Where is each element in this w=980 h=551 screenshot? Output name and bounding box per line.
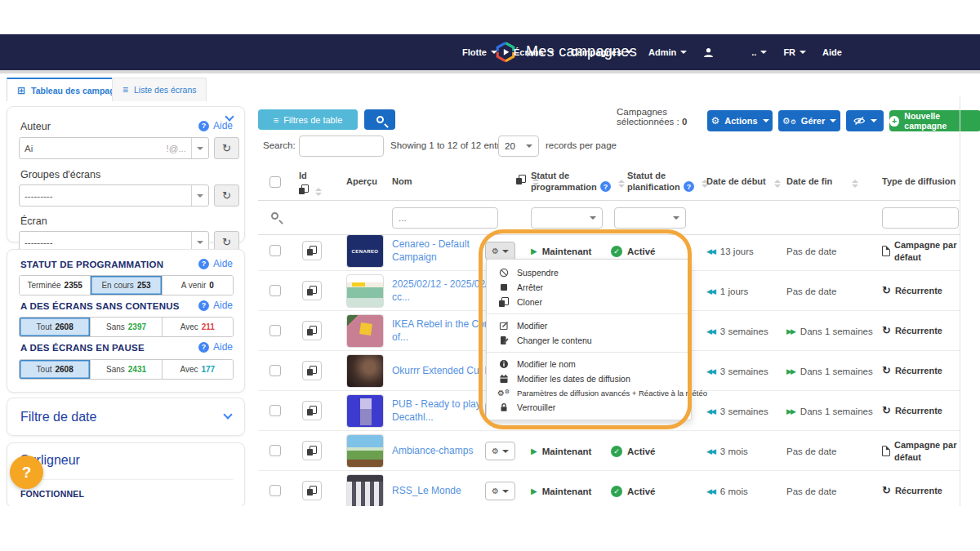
recurrent-icon: ↻ — [882, 484, 891, 498]
nav-dots-dropdown[interactable]: .. — [751, 47, 767, 57]
new-campaign-button[interactable]: +Nouvelle campagne — [889, 110, 980, 131]
col-date-fin[interactable]: Date de fin — [786, 176, 832, 188]
menu-item-parametres-diffusion[interactable]: ⚙⚙ Paramètres de diffusion avancés + Réa… — [487, 386, 691, 400]
collapse-chevron-icon[interactable] — [223, 410, 232, 419]
aide-link[interactable]: ?Aide — [198, 341, 233, 353]
nav-language[interactable]: FR — [783, 47, 806, 57]
filter-card-date[interactable]: Filtre de date — [7, 398, 245, 436]
sort-icon[interactable] — [315, 188, 322, 196]
menu-item-verrouiller[interactable]: Verrouiller — [487, 400, 691, 415]
row-checkbox[interactable] — [270, 445, 281, 456]
seg-en-cours[interactable]: En cours253 — [91, 276, 162, 295]
row-checkbox[interactable] — [270, 365, 281, 376]
seg-tout[interactable]: Tout2608 — [20, 318, 91, 336]
seg-terminee[interactable]: Terminée2355 — [20, 276, 91, 295]
campaign-thumbnail[interactable] — [346, 474, 384, 506]
nav-campagnes[interactable]: Campagnes — [571, 47, 632, 57]
statut-prog-filter-select[interactable] — [531, 207, 603, 229]
sort-icon[interactable] — [618, 180, 625, 188]
search-button[interactable] — [364, 109, 395, 130]
row-checkbox[interactable] — [270, 245, 281, 256]
aide-link[interactable]: ?Aide — [198, 120, 233, 131]
auteur-select[interactable]: Ai !@... — [19, 137, 209, 159]
page-size-select[interactable]: 20 — [498, 136, 539, 157]
actions-button[interactable]: ⚙Actions — [707, 110, 773, 131]
menu-item-changer-contenu[interactable]: Changer le contenu — [487, 333, 691, 348]
menu-item-modifier-dates[interactable]: Modifier les dates de diffusion — [487, 371, 691, 386]
clone-row-button[interactable] — [302, 401, 322, 420]
row-checkbox[interactable] — [270, 285, 281, 296]
campaign-thumbnail[interactable] — [346, 354, 384, 388]
row-actions-dropdown-button[interactable]: ⚙ — [485, 482, 515, 500]
statut-plan-filter-select[interactable] — [614, 207, 686, 229]
recurrent-icon: ↻ — [882, 284, 891, 298]
table-filters-button[interactable]: ≡Filtres de table — [258, 109, 358, 130]
seg-avec[interactable]: Avec177 — [163, 360, 233, 379]
seg-a-venir[interactable]: A venir0 — [163, 276, 233, 295]
refresh-auteur-button[interactable]: ↻ — [214, 137, 239, 159]
col-statut-programmation[interactable]: Statut deprogrammation — [531, 171, 597, 193]
refresh-groupes-button[interactable]: ↻ — [214, 184, 239, 207]
row-actions-dropdown-button[interactable]: ⚙ — [485, 242, 515, 260]
end-date-cell: ▶▶Dans 1 semaines — [786, 311, 873, 351]
menu-item-suspendre[interactable]: Suspendre — [487, 265, 691, 280]
groupes-label: Groupes d'écrans — [20, 169, 100, 180]
nom-filter-input[interactable] — [392, 207, 498, 229]
seg-sans[interactable]: Sans2431 — [91, 360, 162, 379]
row-checkbox[interactable] — [270, 325, 281, 336]
clone-row-button[interactable] — [302, 481, 322, 500]
col-nom[interactable]: Nom — [392, 176, 412, 188]
seg-avec[interactable]: Avec211 — [163, 318, 233, 336]
selected-campaigns-label: Campagnes sélectionnées : 0 — [617, 107, 687, 127]
table-filter-row — [258, 201, 960, 235]
support-help-button[interactable]: ? — [10, 455, 43, 489]
aide-link[interactable]: ?Aide — [198, 300, 233, 311]
search-input[interactable] — [299, 136, 384, 157]
select-all-checkbox[interactable] — [270, 176, 281, 188]
menu-item-modifier-nom[interactable]: Modifier le nom — [487, 357, 691, 371]
menu-item-cloner[interactable]: Cloner — [487, 295, 691, 309]
help-icon[interactable]: ? — [684, 181, 694, 192]
row-checkbox[interactable] — [270, 405, 281, 416]
user-icon[interactable] — [703, 47, 714, 58]
sort-icon[interactable] — [852, 180, 858, 188]
showing-entries-text: Showing 1 to 12 of 12 entries — [390, 140, 512, 150]
menu-divider — [487, 313, 691, 314]
row-checkbox[interactable] — [270, 485, 281, 496]
table-row: Ambiance-champs ⚙ ▶Maintenant ✓Activé ◀◀… — [258, 431, 960, 471]
col-id[interactable]: Id — [299, 171, 322, 198]
clone-row-button[interactable] — [302, 361, 322, 380]
diffusion-type-cell: ↻Récurrente — [882, 271, 960, 311]
chevron-down-icon — [548, 51, 555, 54]
clone-row-button[interactable] — [302, 321, 322, 340]
type-filter-input[interactable] — [882, 207, 959, 229]
aide-link[interactable]: ?Aide — [198, 258, 233, 269]
manage-button[interactable]: ⚙⚙Gérer — [778, 110, 840, 131]
campaign-thumbnail[interactable] — [346, 394, 384, 428]
campaign-thumbnail[interactable] — [346, 434, 384, 468]
seg-sans[interactable]: Sans2397 — [91, 318, 162, 336]
col-statut-planification[interactable]: Statut deplanification — [627, 171, 680, 193]
nav-flotte[interactable]: Flotte — [462, 47, 497, 57]
search-icon[interactable] — [271, 212, 278, 220]
clone-row-button[interactable] — [302, 441, 322, 460]
campaign-thumbnail[interactable]: CENAREO — [346, 234, 384, 268]
campaign-thumbnail[interactable] — [346, 274, 384, 308]
sort-icon[interactable] — [774, 180, 781, 188]
groupes-select[interactable]: --------- — [19, 184, 209, 207]
menu-item-modifier[interactable]: Modifier — [487, 318, 691, 333]
nav-ecrans[interactable]: Écrans — [514, 47, 555, 57]
clone-row-button[interactable] — [302, 241, 322, 260]
menu-item-arreter[interactable]: Arrêter — [487, 280, 691, 295]
row-actions-dropdown-button[interactable]: ⚙ — [485, 442, 515, 460]
seg-tout[interactable]: Tout2608 — [20, 360, 91, 379]
nav-aide[interactable]: Aide — [822, 47, 842, 57]
paused-segment: Tout2608 Sans2431 Avec177 — [19, 359, 234, 380]
tab-liste-ecrans[interactable]: ≡ Liste des écrans — [112, 78, 207, 101]
nav-admin[interactable]: Admin — [648, 47, 687, 57]
campaign-thumbnail[interactable] — [346, 314, 384, 348]
help-icon[interactable]: ? — [600, 181, 611, 192]
col-date-debut[interactable]: Date de début — [706, 176, 766, 188]
clone-row-button[interactable] — [302, 281, 322, 300]
visibility-button[interactable] — [846, 110, 884, 131]
